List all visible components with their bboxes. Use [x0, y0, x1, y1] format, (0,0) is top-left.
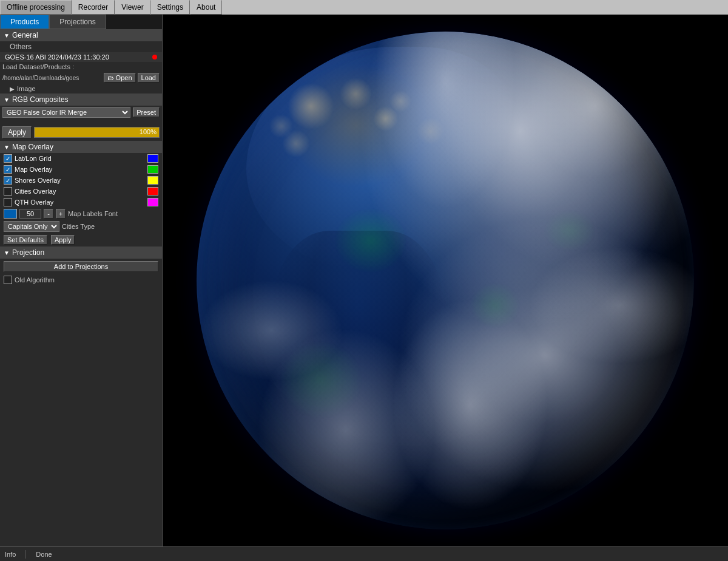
earth-globe — [197, 32, 694, 529]
main-view — [163, 15, 728, 546]
old-algorithm-row: Old Algorithm — [0, 274, 162, 285]
tab-row: Products Projections — [0, 15, 162, 29]
image-arrow: ▶ — [10, 86, 15, 92]
menu-bar: Offline processing Recorder Viewer Setti… — [0, 0, 728, 15]
dataset-label: GOES-16 ABI 2024/04/23 11:30:20 — [5, 53, 109, 61]
sidebar: Products Projections ▼ General Others GO… — [0, 15, 163, 546]
menu-viewer[interactable]: Viewer — [115, 0, 150, 15]
font-color-swatch[interactable] — [4, 209, 17, 219]
load-dataset-label: Load Dataset/Products : — [0, 62, 162, 72]
cities-type-row: Capitals Only All Cities Cities Type — [0, 220, 162, 233]
clouds-layer — [197, 32, 694, 529]
apply-button[interactable]: Apply — [2, 126, 32, 138]
earth-container — [197, 19, 694, 542]
cities-color[interactable] — [147, 187, 158, 195]
overlay-item-map: ✓ Map Overlay — [0, 164, 162, 175]
progress-bar: 100% — [34, 127, 160, 138]
font-size-minus[interactable]: - — [44, 209, 53, 219]
load-path-row: /home/alan/Downloads/goes 🗁 Open Load — [0, 72, 162, 84]
composite-row: GEO False Color IR Merge Preset — [0, 106, 162, 119]
status-done: Done — [36, 551, 52, 558]
projection-arrow: ▼ — [4, 250, 10, 256]
shores-checkbox[interactable]: ✓ — [4, 176, 12, 185]
defaults-row: Set Defaults Apply — [0, 233, 162, 246]
cities-label: Cities Overlay — [15, 188, 145, 195]
overlay-item-latlon: ✓ Lat/Lon Grid — [0, 153, 162, 164]
menu-offline-processing[interactable]: Offline processing — [0, 0, 72, 15]
general-label: General — [12, 31, 38, 39]
latlon-color[interactable] — [147, 154, 158, 163]
menu-about[interactable]: About — [190, 0, 222, 15]
others-label: Others — [0, 41, 162, 52]
status-info: Info — [5, 551, 16, 558]
general-section-header[interactable]: ▼ General — [0, 29, 162, 41]
add-to-projections-button[interactable]: Add to Projections — [4, 261, 158, 272]
cities-checkbox[interactable] — [4, 187, 12, 195]
shores-color[interactable] — [147, 176, 158, 185]
image-label: Image — [17, 85, 36, 92]
overlay-item-shores: ✓ Shores Overlay — [0, 175, 162, 186]
cities-type-label: Cities Type — [62, 223, 95, 230]
main-layout: Products Projections ▼ General Others GO… — [0, 15, 728, 546]
font-size-row: - + Map Labels Font — [0, 208, 162, 220]
rgb-label: RGB Composites — [12, 95, 69, 104]
dataset-row-goes16[interactable]: GOES-16 ABI 2024/04/23 11:30:20 — [0, 52, 162, 62]
cities-type-select[interactable]: Capitals Only All Cities — [4, 221, 59, 232]
status-bar: Info Done — [0, 546, 728, 561]
shores-label: Shores Overlay — [15, 177, 145, 184]
overlay-item-cities: Cities Overlay — [0, 186, 162, 197]
projection-label: Projection — [12, 248, 44, 257]
map-overlay-arrow: ▼ — [4, 144, 10, 151]
general-arrow: ▼ — [4, 32, 10, 39]
qth-color[interactable] — [147, 198, 158, 206]
rgb-arrow: ▼ — [4, 97, 10, 103]
rgb-section-header[interactable]: ▼ RGB Composites — [0, 93, 162, 106]
open-button[interactable]: 🗁 Open — [104, 73, 136, 83]
status-divider — [25, 550, 26, 559]
old-algo-checkbox[interactable] — [4, 276, 12, 284]
map-overlay-header[interactable]: ▼ Map Overlay — [0, 141, 162, 153]
set-defaults-button[interactable]: Set Defaults — [4, 235, 47, 245]
image-tree-item[interactable]: ▶ Image — [0, 84, 162, 93]
preset-button[interactable]: Preset — [133, 107, 160, 117]
projection-header[interactable]: ▼ Projection — [0, 246, 162, 259]
latlon-checkbox[interactable]: ✓ — [4, 154, 12, 163]
map-labels-text: Map Labels Font — [68, 210, 118, 217]
map-overlay-label: Map Overlay — [12, 143, 53, 151]
qth-label: QTH Overlay — [15, 199, 145, 206]
font-size-input[interactable] — [19, 209, 41, 219]
font-size-plus[interactable]: + — [56, 209, 66, 219]
map-color[interactable] — [147, 165, 158, 174]
load-path: /home/alan/Downloads/goes — [2, 75, 102, 81]
menu-settings[interactable]: Settings — [150, 0, 190, 15]
composite-select[interactable]: GEO False Color IR Merge — [2, 107, 130, 118]
dataset-dot — [152, 55, 157, 59]
qth-checkbox[interactable] — [4, 198, 12, 206]
overlay-item-qth: QTH Overlay — [0, 197, 162, 208]
map-overlay-item-label: Map Overlay — [15, 166, 145, 173]
map-checkbox[interactable]: ✓ — [4, 165, 12, 174]
progress-label: 100% — [140, 128, 157, 135]
menu-recorder[interactable]: Recorder — [72, 0, 115, 15]
old-algo-label: Old Algorithm — [15, 276, 55, 284]
apply-row: Apply 100% — [0, 124, 162, 141]
tab-products[interactable]: Products — [0, 15, 49, 29]
latlon-label: Lat/Lon Grid — [15, 155, 145, 162]
map-apply-button[interactable]: Apply — [51, 235, 75, 245]
tab-projections[interactable]: Projections — [49, 15, 106, 29]
load-button[interactable]: Load — [138, 73, 160, 83]
